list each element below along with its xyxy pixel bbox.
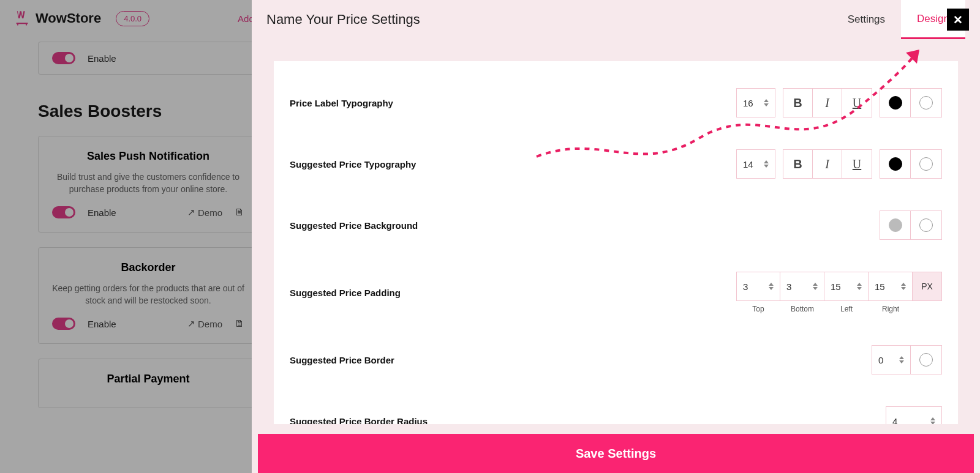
border-color-swatch[interactable] [919, 353, 933, 367]
color-swatch-white[interactable] [919, 157, 933, 171]
step-down-icon[interactable] [769, 287, 774, 290]
padding-bottom-input[interactable]: 3 [780, 272, 824, 301]
step-up-icon[interactable] [899, 356, 904, 359]
label-suggested-price-border-radius: Suggested Price Border Radius [290, 416, 428, 425]
padding-bottom-label: Bottom [780, 301, 824, 313]
label-price-label-typography: Price Label Typography [290, 98, 393, 108]
step-down-icon[interactable] [813, 287, 818, 290]
step-down-icon[interactable] [857, 287, 862, 290]
label-suggested-price-background: Suggested Price Background [290, 220, 418, 231]
tab-settings[interactable]: Settings [832, 0, 901, 39]
padding-right-input[interactable]: 15 [869, 272, 913, 301]
step-up-icon[interactable] [764, 99, 769, 102]
close-button[interactable]: ✕ [947, 9, 969, 31]
bold-button[interactable]: B [783, 89, 813, 117]
color-swatch-grey[interactable] [889, 218, 902, 232]
step-down-icon[interactable] [901, 287, 906, 290]
settings-modal: Name Your Price Settings Settings Design… [252, 0, 980, 473]
font-size-input[interactable]: 16 [736, 88, 775, 117]
step-down-icon[interactable] [764, 165, 769, 168]
color-swatch-white[interactable] [919, 96, 933, 110]
label-suggested-price-border: Suggested Price Border [290, 355, 394, 365]
save-settings-button[interactable]: Save Settings [258, 434, 974, 473]
step-up-icon[interactable] [813, 283, 818, 286]
padding-left-input[interactable]: 15 [824, 272, 869, 301]
label-suggested-price-typography: Suggested Price Typography [290, 159, 416, 169]
padding-right-label: Right [869, 301, 913, 313]
padding-unit[interactable]: PX [913, 272, 942, 301]
step-up-icon[interactable] [930, 417, 935, 420]
padding-top-input[interactable]: 3 [736, 272, 780, 301]
border-width-input[interactable]: 0 [872, 345, 911, 374]
padding-top-label: Top [736, 301, 780, 313]
modal-title: Name Your Price Settings [266, 12, 420, 28]
step-up-icon[interactable] [857, 283, 862, 286]
close-icon: ✕ [953, 13, 963, 27]
color-swatch-black[interactable] [889, 96, 902, 110]
underline-button[interactable]: U [842, 150, 872, 178]
underline-button[interactable]: U [842, 89, 872, 117]
step-down-icon[interactable] [899, 360, 904, 363]
italic-button[interactable]: I [813, 150, 842, 178]
italic-button[interactable]: I [813, 89, 842, 117]
padding-left-label: Left [824, 301, 869, 313]
step-up-icon[interactable] [901, 283, 906, 286]
step-up-icon[interactable] [764, 160, 769, 163]
color-swatch-black[interactable] [889, 157, 902, 171]
step-up-icon[interactable] [769, 283, 774, 286]
font-size-input[interactable]: 14 [736, 149, 775, 179]
step-down-icon[interactable] [930, 422, 935, 424]
bold-button[interactable]: B [783, 150, 813, 178]
label-suggested-price-padding: Suggested Price Padding [290, 288, 401, 298]
border-radius-input[interactable]: 4 [886, 406, 942, 424]
color-swatch-white[interactable] [919, 218, 933, 232]
step-down-icon[interactable] [764, 103, 769, 106]
